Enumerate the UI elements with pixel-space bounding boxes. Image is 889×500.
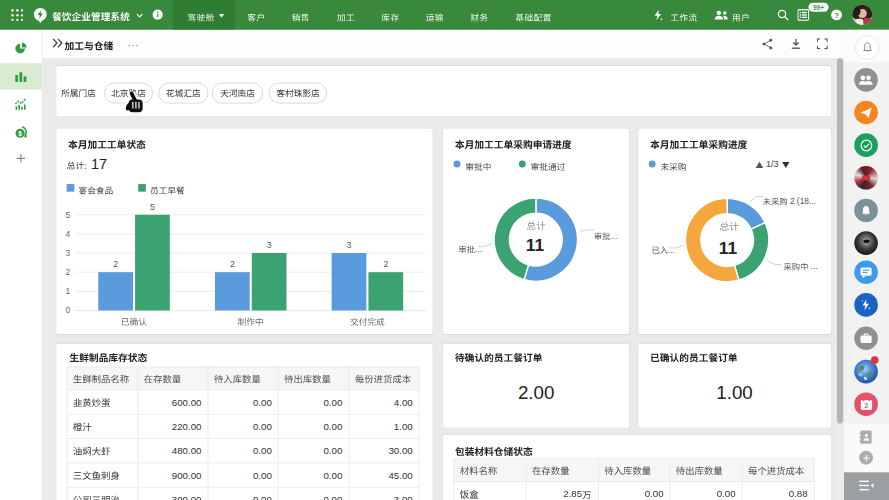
svg-text:1: 1 bbox=[66, 286, 71, 296]
svg-text:3: 3 bbox=[267, 240, 272, 250]
svg-text:3: 3 bbox=[347, 240, 352, 250]
svg-text:$: $ bbox=[18, 130, 22, 138]
svg-text:5: 5 bbox=[66, 210, 71, 220]
svg-text:0: 0 bbox=[66, 305, 71, 315]
svg-text:2: 2 bbox=[113, 259, 118, 269]
svg-text:5: 5 bbox=[150, 202, 155, 212]
svg-text:2: 2 bbox=[230, 259, 235, 269]
svg-text:2: 2 bbox=[864, 402, 868, 409]
svg-text:?: ? bbox=[834, 11, 839, 20]
svg-text:2: 2 bbox=[383, 259, 388, 269]
svg-text:3: 3 bbox=[66, 248, 71, 258]
svg-text:4: 4 bbox=[66, 229, 71, 239]
svg-text:2: 2 bbox=[66, 267, 71, 277]
